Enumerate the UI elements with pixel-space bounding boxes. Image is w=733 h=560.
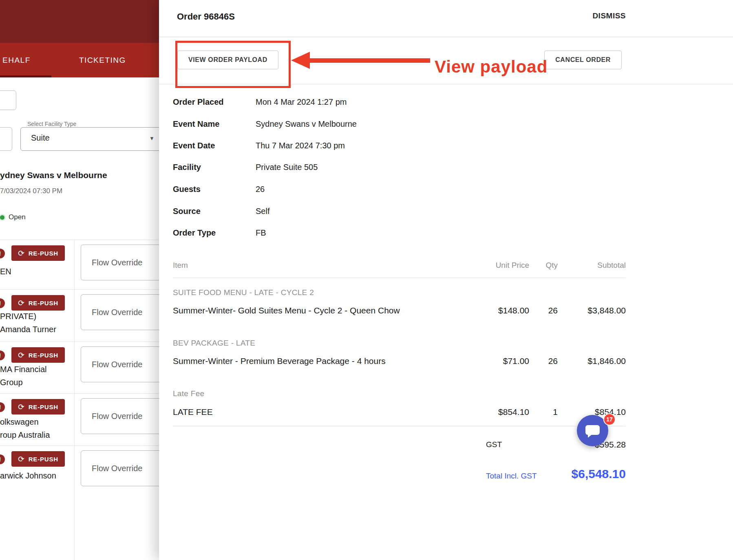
re-push-button[interactable]: ⟳ RE-PUSH bbox=[11, 399, 65, 414]
item-unit-price: $148.00 bbox=[498, 306, 529, 315]
flow-override-field[interactable]: Flow Override bbox=[81, 450, 159, 486]
detail-row: Order PlacedMon 4 Mar 2024 1:27 pm bbox=[173, 97, 347, 107]
order-row: ! ⟳ RE-PUSH PRIVATE) Amanda Turner Flow … bbox=[0, 289, 159, 342]
section-heading: Late Fee bbox=[173, 389, 204, 398]
detail-row: Event DateThu 7 Mar 2024 7:30 pm bbox=[173, 141, 345, 150]
flow-override-field[interactable]: Flow Override bbox=[81, 245, 159, 280]
order-customer-name: arwick Johnson bbox=[0, 469, 56, 482]
item-qty: 26 bbox=[548, 356, 558, 366]
detail-label: Guests bbox=[173, 185, 256, 194]
refresh-icon: ⟳ bbox=[18, 454, 25, 464]
order-customer-name: MA Financial Group bbox=[0, 363, 47, 389]
divider bbox=[173, 278, 626, 278]
order-detail-modal: Order 96846S DISMISS VIEW ORDER PAYLOAD … bbox=[159, 0, 733, 560]
detail-value: Thu 7 Mar 2024 7:30 pm bbox=[256, 141, 345, 150]
divider bbox=[173, 426, 626, 426]
facility-type-select[interactable]: Suite ▼ bbox=[20, 127, 159, 151]
order-customer-name: EN bbox=[0, 265, 11, 278]
event-datetime: 7/03/2024 07:30 PM bbox=[0, 187, 62, 195]
detail-label: Order Type bbox=[173, 228, 256, 238]
re-push-label: RE-PUSH bbox=[29, 403, 58, 410]
refresh-icon: ⟳ bbox=[18, 249, 25, 258]
flow-override-field[interactable]: Flow Override bbox=[81, 398, 159, 434]
section-heading: SUITE FOOD MENU - LATE - CYCLE 2 bbox=[173, 288, 314, 297]
re-push-label: RE-PUSH bbox=[29, 352, 58, 359]
dismiss-button[interactable]: DISMISS bbox=[592, 11, 626, 20]
re-push-button[interactable]: ⟳ RE-PUSH bbox=[11, 347, 65, 363]
truncated-control[interactable] bbox=[0, 90, 16, 110]
column-header-qty: Qty bbox=[545, 261, 558, 270]
item-subtotal: $3,848.00 bbox=[588, 306, 626, 315]
view-order-payload-button[interactable]: VIEW ORDER PAYLOAD bbox=[177, 51, 278, 69]
status-dot-icon bbox=[0, 215, 4, 220]
chevron-down-icon: ▼ bbox=[149, 135, 155, 141]
tab-bar: EHALF TICKETING bbox=[0, 43, 159, 77]
re-push-label: RE-PUSH bbox=[29, 300, 58, 306]
order-customer-name: PRIVATE) Amanda Turner bbox=[0, 310, 56, 336]
detail-value: 26 bbox=[256, 185, 265, 194]
detail-row: Order TypeFB bbox=[173, 228, 266, 238]
item-unit-price: $71.00 bbox=[503, 356, 529, 366]
background-app: EHALF TICKETING Select Facility Type Sui… bbox=[0, 0, 159, 560]
detail-value: Mon 4 Mar 2024 1:27 pm bbox=[256, 97, 347, 106]
facility-type-value: Suite bbox=[31, 133, 50, 143]
total-label: Total Incl. GST bbox=[486, 472, 537, 481]
chat-icon bbox=[585, 425, 600, 435]
detail-value: FB bbox=[256, 228, 266, 237]
column-header-item: Item bbox=[173, 261, 188, 270]
item-qty: 1 bbox=[553, 407, 558, 417]
re-push-button[interactable]: ⟳ RE-PUSH bbox=[11, 451, 65, 467]
column-header-subtotal: Subtotal bbox=[597, 261, 626, 270]
facility-type-label: Select Facility Type bbox=[25, 121, 78, 127]
alert-icon: ! bbox=[0, 402, 5, 412]
order-row: ! ⟳ RE-PUSH MA Financial Group Flow Over… bbox=[0, 342, 159, 393]
detail-row: Guests26 bbox=[173, 185, 265, 194]
refresh-icon: ⟳ bbox=[18, 402, 25, 412]
event-status: Open bbox=[0, 213, 26, 221]
alert-icon: ! bbox=[0, 454, 5, 464]
detail-label: Order Placed bbox=[173, 97, 256, 107]
app-header bbox=[0, 0, 159, 43]
detail-label: Event Date bbox=[173, 141, 256, 150]
order-customer-name: olkswagen roup Australia bbox=[0, 415, 50, 441]
item-name: Summer-Winter- Gold Suites Menu - Cycle … bbox=[173, 306, 400, 315]
re-push-label: RE-PUSH bbox=[29, 456, 58, 463]
detail-value: Private Suite 505 bbox=[256, 163, 318, 172]
notification-badge: 17 bbox=[603, 413, 616, 426]
refresh-icon: ⟳ bbox=[18, 298, 25, 308]
tab-behalf[interactable]: EHALF bbox=[2, 43, 31, 77]
event-title: ydney Swans v Melbourne bbox=[0, 170, 107, 180]
tab-ticketing[interactable]: TICKETING bbox=[79, 43, 126, 77]
detail-label: Source bbox=[173, 207, 256, 216]
re-push-button[interactable]: ⟳ RE-PUSH bbox=[11, 295, 65, 311]
detail-label: Event Name bbox=[173, 119, 256, 129]
detail-value: Sydney Swans v Melbourne bbox=[256, 119, 357, 128]
item-qty: 26 bbox=[548, 306, 558, 315]
order-row: ! ⟳ RE-PUSH olkswagen roup Australia Flo… bbox=[0, 393, 159, 445]
detail-row: Event NameSydney Swans v Melbourne bbox=[173, 119, 357, 129]
detail-label: Facility bbox=[173, 163, 256, 172]
flow-override-field[interactable]: Flow Override bbox=[81, 294, 159, 330]
alert-icon: ! bbox=[0, 298, 5, 308]
section-heading: BEV PACKAGE - LATE bbox=[173, 339, 255, 348]
divider bbox=[159, 84, 733, 84]
detail-row: SourceSelf bbox=[173, 207, 269, 216]
order-row: ! ⟳ RE-PUSH EN Flow Override bbox=[0, 240, 159, 289]
alert-icon: ! bbox=[0, 249, 5, 258]
flow-override-field[interactable]: Flow Override bbox=[81, 346, 159, 382]
gst-label: GST bbox=[486, 440, 502, 449]
column-header-unit-price: Unit Price bbox=[496, 261, 529, 270]
cancel-order-button[interactable]: CANCEL ORDER bbox=[544, 51, 622, 69]
modal-title: Order 96846S bbox=[177, 11, 235, 22]
re-push-button[interactable]: ⟳ RE-PUSH bbox=[11, 245, 65, 261]
alert-icon: ! bbox=[0, 351, 5, 360]
total-value: $6,548.10 bbox=[572, 467, 626, 481]
re-push-label: RE-PUSH bbox=[29, 250, 58, 257]
detail-value: Self bbox=[256, 207, 269, 216]
truncated-control[interactable] bbox=[0, 127, 12, 151]
detail-row: FacilityPrivate Suite 505 bbox=[173, 163, 318, 172]
divider bbox=[159, 37, 733, 37]
active-tab-indicator bbox=[0, 75, 51, 77]
status-label: Open bbox=[9, 213, 26, 221]
refresh-icon: ⟳ bbox=[18, 351, 25, 360]
